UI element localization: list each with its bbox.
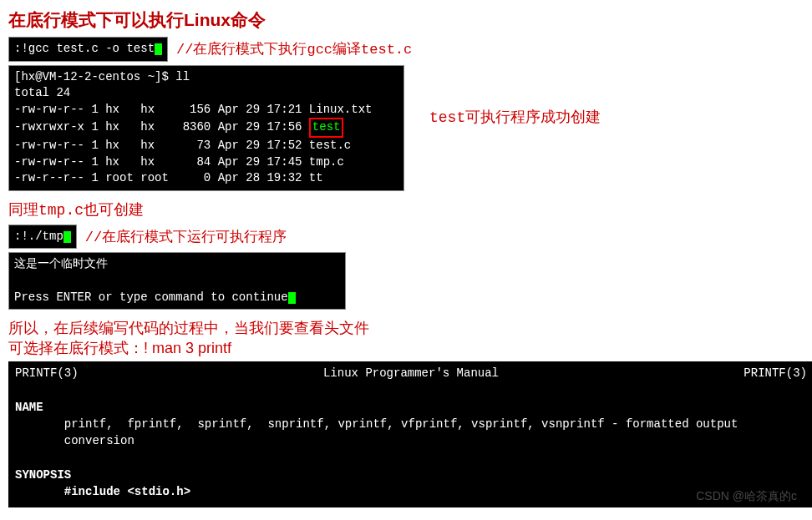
cmd1-terminal: :!gcc test.c -o test: [8, 37, 168, 62]
man-header-center: Linux Programmer's Manual: [323, 365, 499, 381]
cmd2-comment: //在底行模式下运行可执行程序: [85, 227, 287, 246]
tmp-note: 同理tmp.c也可创建: [8, 199, 804, 220]
ll-side-note: test可执行程序成功创建: [429, 107, 601, 127]
page-title: 在底行模式下可以执行Linux命令: [8, 8, 804, 32]
man-synopsis-body: #include <stdio.h>: [15, 485, 190, 498]
tmp-output-line1: 这是一个临时文件: [14, 257, 108, 270]
tmp-output-line2: Press ENTER or type command to continue: [14, 290, 288, 304]
cmd2-row: :!./tmp //在底行模式下运行可执行程序: [8, 225, 804, 250]
man-page: PRINTF(3)Linux Programmer's ManualPRINTF…: [8, 361, 812, 507]
ll-row: [hx@VM-12-2-centos ~]$ ll total 24 -rw-r…: [8, 65, 804, 191]
tmp-output-terminal: 这是一个临时文件 Press ENTER or type command to …: [8, 252, 346, 310]
cursor-icon: [288, 292, 296, 304]
cmd1-row: :!gcc test.c -o test //在底行模式下执行gcc编译test…: [8, 37, 804, 62]
cursor-icon: [155, 43, 162, 55]
cmd1-comment: //在底行模式下执行gcc编译test.c: [176, 39, 412, 58]
watermark: CSDN @哈茶真的c: [696, 489, 797, 504]
ll-terminal: [hx@VM-12-2-centos ~]$ ll total 24 -rw-r…: [8, 65, 404, 191]
man-header-left: PRINTF(3): [15, 365, 79, 381]
cmd1-text: :!gcc test.c -o test: [14, 42, 155, 55]
man-synopsis-header: SYNOPSIS: [15, 468, 71, 482]
conclusion-line2: 可选择在底行模式：! man 3 printf: [8, 338, 804, 358]
man-header-right: PRINTF(3): [743, 365, 807, 381]
cmd2-terminal: :!./tmp: [8, 225, 77, 250]
man-name-body: printf, fprintf, sprintf, snprintf, vpri…: [15, 417, 738, 447]
conclusion-line1: 所以，在后续编写代码的过程中，当我们要查看头文件: [8, 318, 804, 338]
cursor-icon: [63, 231, 71, 243]
man-name-header: NAME: [15, 401, 43, 414]
cmd2-text: :!./tmp: [14, 230, 63, 243]
